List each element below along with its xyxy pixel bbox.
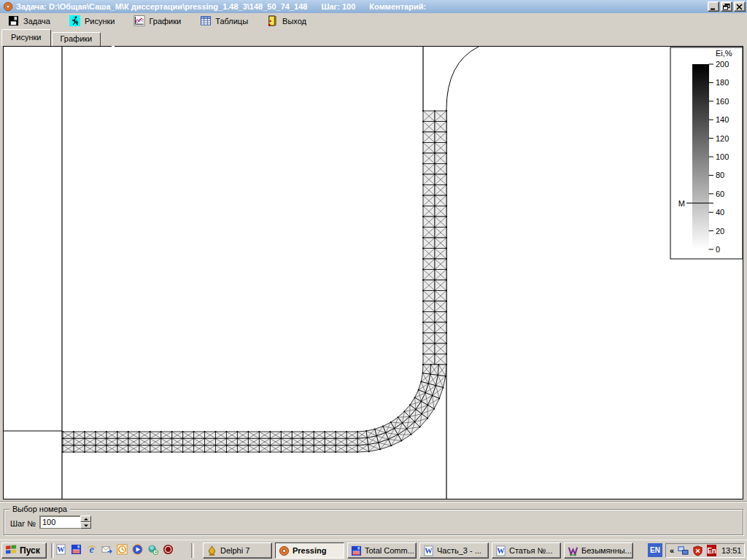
taskbar: Пуск We Delphi 7PressingTotal Comm...WЧа…	[0, 540, 747, 560]
toolbar: ЗадачаРисункиГрафикиТаблицыВыход	[0, 13, 747, 29]
task-button-1[interactable]: Delphi 7	[203, 542, 272, 559]
tab-label: Графики	[61, 34, 93, 43]
task-button-label: Total Comm...	[365, 546, 414, 555]
opera-icon[interactable]	[163, 544, 175, 556]
toolbar-item-label: Графики	[149, 17, 181, 26]
window-title-path: Задача: D:\Общая\Саша_М\К диссертации\pr…	[16, 2, 307, 11]
delphi-icon	[206, 545, 217, 556]
window-title: Задача: D:\Общая\Саша_М\К диссертации\pr…	[16, 2, 438, 11]
task-button-3[interactable]: Total Comm...	[347, 542, 417, 559]
runner-icon	[69, 15, 81, 27]
legend-tick-label: 160	[716, 97, 729, 106]
tab-рисунки[interactable]: Рисунки	[1, 29, 51, 46]
exit-door-icon	[267, 15, 279, 27]
ie-icon[interactable]: e	[86, 544, 98, 556]
panel-separator	[0, 501, 747, 502]
clock-app-icon[interactable]	[117, 544, 129, 556]
fem-mesh	[62, 110, 447, 453]
floppy-tc-icon[interactable]	[71, 544, 83, 556]
task-button-5[interactable]: WСтатья №...	[492, 542, 561, 559]
svg-text:W: W	[425, 547, 433, 555]
network-icon[interactable]	[678, 545, 689, 556]
svg-text:W: W	[497, 547, 505, 555]
toolbar-item-рисунки[interactable]: Рисунки	[63, 14, 122, 28]
task-button-4[interactable]: WЧасть_3 - ...	[419, 542, 489, 559]
toolbar-item-задача[interactable]: Задача	[1, 14, 57, 28]
legend-gradient-bar	[692, 64, 709, 249]
toolbar-item-label: Таблицы	[215, 17, 248, 26]
task-button-label: Безымянны...	[581, 546, 632, 555]
taskbar-separator	[51, 543, 54, 558]
drawing-canvas: 200180160140120100806040200Ei,%M	[3, 46, 743, 499]
app-donut-icon	[3, 1, 13, 12]
toolbar-item-графики[interactable]: Графики	[127, 14, 187, 28]
outlook-icon[interactable]	[101, 544, 114, 556]
step-number-input[interactable]	[39, 516, 82, 529]
toolbar-item-label: Выход	[282, 17, 306, 26]
close-button[interactable]	[734, 1, 746, 12]
minimize-button[interactable]	[708, 1, 719, 12]
language-indicator[interactable]: EN	[648, 543, 662, 557]
screen: Задача: D:\Общая\Саша_М\К диссертации\pr…	[0, 0, 747, 560]
fem-figure: 200180160140120100806040200Ei,%M	[4, 47, 743, 499]
step-down-button[interactable]	[80, 522, 91, 529]
wordart-icon	[568, 545, 578, 556]
floppy-icon	[8, 15, 20, 27]
caption-buttons	[708, 1, 746, 12]
taskbar-separator	[191, 543, 194, 558]
task-button-label: Delphi 7	[220, 546, 249, 555]
task-button-label: Статья №...	[509, 546, 553, 555]
tray-chevron[interactable]: «	[670, 546, 674, 555]
system-tray: « En 13:51	[665, 543, 745, 558]
task-button-2[interactable]: Pressing	[275, 542, 344, 559]
downloader-icon[interactable]	[147, 544, 160, 556]
step-label: Шаг №	[10, 519, 36, 528]
svg-text:e: e	[89, 544, 93, 555]
border-gap	[112, 46, 115, 47]
legend-tick-label: 0	[716, 245, 720, 254]
window-titlebar: Задача: D:\Общая\Саша_М\К диссертации\pr…	[0, 0, 747, 13]
legend-tick-label: 40	[716, 208, 724, 217]
task-button-label: Pressing	[293, 546, 326, 555]
step-groupbox: Выбор номера Шаг №	[4, 509, 743, 535]
tab-графики[interactable]: Графики	[52, 32, 101, 46]
punto-language-indicator[interactable]: En	[707, 545, 716, 556]
legend-tick-label: 20	[716, 227, 724, 236]
chart-icon	[133, 15, 145, 27]
table-icon	[200, 15, 212, 27]
pressing-icon	[279, 545, 290, 556]
legend-title: Ei,%	[716, 49, 732, 58]
toolbar-item-выход[interactable]: Выход	[260, 14, 313, 28]
groupbox-title: Выбор номера	[9, 505, 70, 513]
taskbar-clock: 13:51	[721, 546, 742, 555]
legend: 200180160140120100806040200Ei,%M	[670, 47, 743, 259]
quick-launch: We	[55, 544, 175, 556]
legend-tick-label: 100	[716, 152, 729, 161]
task-buttons: Delphi 7PressingTotal Comm...WЧасть_3 - …	[203, 542, 633, 559]
toolbar-item-label: Задача	[23, 17, 50, 26]
legend-tick-label: 80	[716, 171, 724, 179]
toolbar-item-таблицы[interactable]: Таблицы	[193, 14, 255, 28]
window-title-step: Шаг: 100	[321, 2, 355, 11]
wmp-icon[interactable]	[132, 544, 144, 556]
legend-tick-label: 120	[716, 134, 729, 143]
antivirus-shield-icon[interactable]	[692, 545, 703, 556]
legend-marker-label: M	[678, 199, 685, 208]
word-icon: W	[495, 545, 506, 556]
tabstrip: РисункиГрафики	[0, 29, 747, 46]
start-button[interactable]: Пуск	[1, 542, 47, 559]
restore-button[interactable]	[721, 1, 732, 12]
task-button-label: Часть_3 - ...	[437, 546, 481, 555]
legend-tick-label: 60	[716, 190, 724, 198]
floppy-tc-icon	[351, 545, 362, 556]
legend-tick-label: 140	[716, 115, 729, 124]
svg-text:W: W	[57, 545, 65, 553]
task-button-6[interactable]: Безымянны...	[564, 542, 633, 559]
word-icon[interactable]: W	[55, 544, 68, 556]
legend-tick-label: 180	[716, 78, 729, 87]
step-up-button[interactable]	[80, 516, 91, 522]
tab-label: Рисунки	[11, 33, 42, 42]
die-entry-fillet	[446, 47, 479, 109]
window-title-comment: Комментарий:	[369, 2, 426, 11]
windows-flag-icon	[5, 544, 18, 557]
